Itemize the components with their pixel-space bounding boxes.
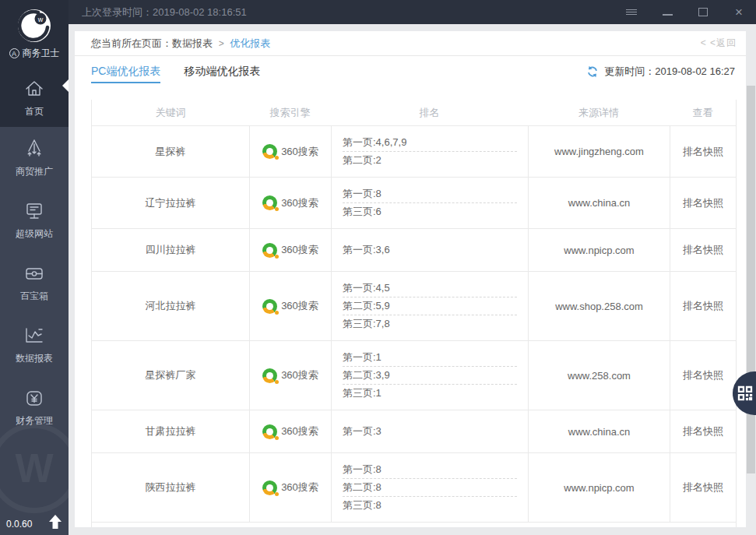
header-rank: 排名 <box>331 100 528 125</box>
app-window: w A 商务卫士 首页 商贸推广 超级网站 <box>0 0 756 535</box>
keyword-cell: 陕西拉拉裤 <box>92 453 249 522</box>
sidebar-item-label: 数据报表 <box>16 352 53 365</box>
rank-line: 第一页:8 <box>343 185 517 202</box>
sidebar: w A 商务卫士 首页 商贸推广 超级网站 <box>0 0 69 535</box>
engine-label: 360搜索 <box>281 424 318 438</box>
engine: 360搜索 <box>262 243 318 258</box>
view-link[interactable]: 排名快照 <box>683 368 723 382</box>
keyword-cell: 星探裤厂家 <box>92 341 249 410</box>
tab-pc-report[interactable]: PC端优化报表 <box>91 56 160 86</box>
home-icon <box>23 78 45 100</box>
engine-label: 360搜索 <box>281 196 318 210</box>
engine: 360搜索 <box>262 480 318 495</box>
rank-line: 第一页:3,6 <box>343 241 517 259</box>
keyword-text: 甘肃拉拉裤 <box>146 424 196 438</box>
version-label: 0.0.60 <box>6 519 32 530</box>
view-link[interactable]: 排名快照 <box>683 145 723 159</box>
keyword-cell: 星探裤 <box>92 126 249 177</box>
close-icon[interactable]: × <box>733 6 745 19</box>
source-cell: www.china.cn <box>528 178 670 228</box>
minimize-icon[interactable] <box>661 6 673 19</box>
sidebar-item-website[interactable]: 超级网站 <box>0 189 69 252</box>
rank-cell: 第一页:8第三页:6 <box>331 178 528 228</box>
keyword-text: 辽宁拉拉裤 <box>146 196 196 210</box>
engine-cell: 360搜索 <box>249 341 331 410</box>
view-link[interactable]: 排名快照 <box>683 480 723 495</box>
rank-cell: 第一页:1第二页:3,9第三页:1 <box>331 341 528 410</box>
scroll-top-arrow-icon[interactable] <box>47 513 64 530</box>
rank-line: 第三页:8 <box>343 497 517 514</box>
watermark-logo: W <box>0 423 69 513</box>
table-row: 陕西拉拉裤 360搜索 第一页:8第二页:8第三页:8 www.npicp.co… <box>92 453 736 523</box>
menu-icon[interactable] <box>625 6 638 19</box>
partial-next-row <box>92 523 736 527</box>
source-cell: www.jingzheng.com <box>528 126 670 177</box>
source-cell: www.china.cn <box>528 410 670 452</box>
content-panel: 您当前所在页面：数据报表 > 优化报表 < <返回 PC端优化报表 移动端优化报… <box>75 31 746 527</box>
finance-icon <box>23 387 45 409</box>
header-keyword: 关键词 <box>92 100 249 125</box>
engine-cell: 360搜索 <box>249 126 331 177</box>
engine-cell: 360搜索 <box>249 272 331 340</box>
rank-cell: 第一页:3,6 <box>331 229 528 271</box>
source-url: www.258.com <box>568 370 631 382</box>
maximize-icon[interactable] <box>697 6 709 19</box>
sidebar-item-label: 百宝箱 <box>20 290 48 303</box>
rank-line: 第二页:5,9 <box>343 297 517 315</box>
view-cell: 排名快照 <box>670 229 736 271</box>
view-link[interactable]: 排名快照 <box>683 424 723 438</box>
view-cell: 排名快照 <box>670 272 736 340</box>
table-body: 星探裤 360搜索 第一页:4,6,7,9第二页:2 www.jingzheng… <box>92 126 736 523</box>
table-row: 辽宁拉拉裤 360搜索 第一页:8第三页:6 www.china.cn 排名快照 <box>92 178 736 229</box>
tab-mobile-report[interactable]: 移动端优化报表 <box>184 56 260 86</box>
view-link[interactable]: 排名快照 <box>683 299 723 313</box>
table-header: 关键词 搜索引擎 排名 来源详情 查看 <box>92 100 736 126</box>
source-url: www.shop.258.com <box>555 301 643 312</box>
titlebar: 上次登录时间：2019-08-02 18:16:51 × <box>69 0 756 24</box>
header-engine: 搜索引擎 <box>249 100 331 125</box>
sidebar-item-label: 首页 <box>25 105 44 118</box>
table-row: 星探裤厂家 360搜索 第一页:1第二页:3,9第三页:1 www.258.co… <box>92 341 736 410</box>
engine: 360搜索 <box>262 424 318 439</box>
rank-cell: 第一页:3 <box>331 410 528 452</box>
svg-text:w: w <box>37 16 44 23</box>
rank-line: 第一页:4,6,7,9 <box>343 134 517 151</box>
breadcrumb-current[interactable]: 优化报表 <box>230 37 270 49</box>
rank-line: 第一页:8 <box>343 461 517 478</box>
vertical-scrollbar[interactable] <box>747 86 755 473</box>
view-link[interactable]: 排名快照 <box>683 243 723 257</box>
360-search-logo-icon <box>262 144 277 159</box>
engine-cell: 360搜索 <box>249 229 331 271</box>
refresh-icon[interactable] <box>586 65 599 78</box>
sidebar-item-home[interactable]: 首页 <box>0 69 69 127</box>
sidebar-item-toolbox[interactable]: 百宝箱 <box>0 252 69 314</box>
breadcrumb-prefix: 您当前所在页面：数据报表 <box>91 37 213 49</box>
sidebar-item-label: 超级网站 <box>16 227 53 241</box>
back-link[interactable]: < <返回 <box>701 37 737 50</box>
brand-logo-icon: w <box>17 9 51 43</box>
rank-line: 第三页:6 <box>343 203 517 220</box>
rank-line: 第二页:2 <box>343 152 517 169</box>
chart-icon <box>23 325 45 347</box>
update-time: 更新时间：2019-08-02 16:27 <box>604 65 735 79</box>
view-cell: 排名快照 <box>670 453 736 522</box>
rank-line: 第二页:8 <box>343 479 517 496</box>
source-url: www.npicp.com <box>564 245 634 256</box>
engine: 360搜索 <box>262 195 318 210</box>
rank-line: 第三页:7,8 <box>343 315 517 333</box>
source-cell: www.258.com <box>528 341 670 410</box>
view-cell: 排名快照 <box>670 126 736 177</box>
sidebar-item-promotion[interactable]: 商贸推广 <box>0 127 69 189</box>
360-search-logo-icon <box>262 195 277 210</box>
sidebar-item-reports[interactable]: 数据报表 <box>0 314 69 376</box>
engine-cell: 360搜索 <box>249 453 331 522</box>
last-login-time: 上次登录时间：2019-08-02 18:16:51 <box>82 5 625 19</box>
source-url: www.china.cn <box>568 426 630 438</box>
360-search-logo-icon <box>262 243 277 258</box>
keyword-cell: 辽宁拉拉裤 <box>92 178 249 228</box>
brand-block: w A 商务卫士 <box>0 0 69 69</box>
view-link[interactable]: 排名快照 <box>683 196 723 210</box>
keyword-text: 陕西拉拉裤 <box>146 480 196 495</box>
keyword-cell: 甘肃拉拉裤 <box>92 410 249 452</box>
qr-code-icon <box>737 385 754 402</box>
